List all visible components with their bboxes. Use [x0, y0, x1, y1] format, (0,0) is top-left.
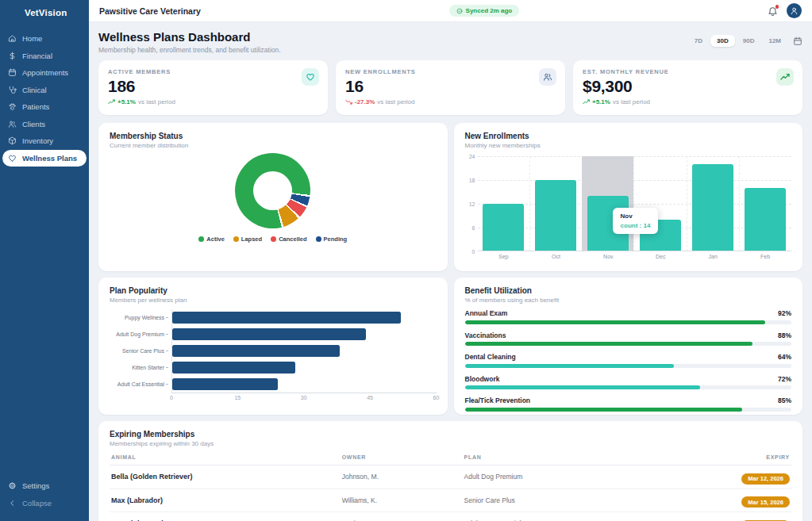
- range-button-90d[interactable]: 90D: [737, 35, 761, 47]
- benefit-row-flea-tick-prevention: Flea/Tick Prevention85%: [465, 396, 792, 412]
- bar-sep[interactable]: [483, 204, 524, 251]
- card-title: Expiring Memberships: [110, 430, 791, 439]
- progress-fill: [465, 320, 766, 324]
- check-circle-icon: [456, 8, 463, 14]
- sidebar-item-home[interactable]: Home: [2, 30, 87, 48]
- notifications-bell-icon[interactable]: [768, 6, 778, 16]
- kpi-trend: +5.1%vs last period: [108, 98, 318, 105]
- benefit-percent: 88%: [778, 331, 791, 339]
- bar-kitten-starter[interactable]: [172, 362, 295, 374]
- sidebar-footer-settings[interactable]: Settings: [2, 477, 87, 495]
- table-row[interactable]: Bella (Golden Retriever)Johnson, M.Adult…: [110, 465, 791, 489]
- user-avatar[interactable]: [787, 3, 802, 18]
- settings-icon: [8, 481, 17, 490]
- x-tick-label: 60: [433, 395, 440, 400]
- inventory-icon: [8, 136, 17, 145]
- kpi-value: 16: [345, 77, 556, 96]
- card-subtitle: Members per wellness plan: [110, 297, 437, 304]
- new-enrollments-card: New Enrollments Monthly new memberships …: [454, 123, 803, 271]
- category-label: Kitten Starter: [110, 359, 171, 376]
- card-title: Membership Status: [110, 132, 437, 140]
- bar-oct[interactable]: [535, 180, 576, 251]
- bar-row: [172, 376, 437, 393]
- bar-jan[interactable]: [692, 164, 733, 251]
- calendar-icon[interactable]: [793, 36, 802, 46]
- category-label: Adult Cat Essential: [110, 376, 171, 393]
- sidebar-footer-collapse[interactable]: Collapse: [2, 495, 87, 512]
- benefit-label: Vaccinations: [465, 331, 506, 339]
- sidebar-item-appointments[interactable]: Appointments: [2, 64, 87, 82]
- progress-fill: [465, 342, 752, 346]
- cell-owner: Johnson, M.: [342, 473, 464, 481]
- bar-feb[interactable]: [745, 188, 786, 251]
- range-button-7d[interactable]: 7D: [688, 35, 709, 47]
- progress-track: [465, 320, 792, 324]
- card-subtitle: Current member distribution: [110, 142, 437, 149]
- sidebar-item-clinical[interactable]: Clinical: [2, 82, 87, 99]
- sync-status-badge: Synced 2m ago: [449, 5, 520, 17]
- sidebar-item-inventory[interactable]: Inventory: [2, 132, 87, 150]
- main-area: Pawsitive Care Veterinary Synced 2m ago …: [89, 0, 812, 521]
- trend-up-icon: [583, 98, 590, 105]
- users-icon: [539, 68, 556, 86]
- benefit-label: Bloodwork: [465, 375, 500, 383]
- table-body: Bella (Golden Retriever)Johnson, M.Adult…: [110, 465, 791, 521]
- table-row[interactable]: Luna (Siamese)Davis, R.Adult Cat Essenti…: [110, 512, 791, 521]
- progress-track: [465, 342, 792, 346]
- kpi-delta: -27.3%: [355, 98, 375, 105]
- home-icon: [8, 34, 17, 43]
- sidebar-item-wellness-plans[interactable]: Wellness Plans: [2, 150, 87, 167]
- expiring-memberships-card: Expiring Memberships Memberships expirin…: [98, 421, 802, 521]
- kpi-note: vs last period: [138, 98, 175, 105]
- bar-adult-cat-essential[interactable]: [172, 378, 278, 390]
- progress-fill: [465, 385, 700, 389]
- progress-track: [465, 408, 792, 412]
- x-axis-line: [478, 251, 792, 251]
- cell-plan: Senior Care Plus: [464, 496, 695, 504]
- cell-expiry: Mar 18, 2026: [695, 516, 790, 521]
- bar-puppy-wellness[interactable]: [172, 312, 401, 324]
- sidebar-item-patients[interactable]: Patients: [2, 98, 87, 116]
- sidebar-item-label: Inventory: [22, 136, 53, 145]
- x-tick-label: 0: [170, 395, 173, 400]
- legend-dot: [233, 236, 239, 242]
- category-label: Adult Dog Premium: [110, 326, 171, 343]
- charts-row-2: Plan Popularity Members per wellness pla…: [98, 278, 802, 415]
- bar-adult-dog-premium[interactable]: [172, 328, 366, 340]
- membership-status-donut[interactable]: [235, 153, 310, 228]
- kpi-card-est-monthly-revenue: EST. MONTHLY REVENUE$9,300+5.1%vs last p…: [573, 60, 802, 115]
- category-label: Senior Care Plus: [110, 343, 171, 359]
- sidebar-item-financial[interactable]: Financial: [2, 48, 87, 65]
- sync-status-text: Synced 2m ago: [466, 7, 513, 14]
- bar-row: [172, 326, 437, 343]
- cell-animal: Bella (Golden Retriever): [111, 473, 342, 481]
- card-subtitle: % of members using each benefit: [465, 297, 792, 304]
- legend-dot: [316, 236, 321, 242]
- kpi-card-active-members: ACTIVE MEMBERS186+5.1%vs last period: [98, 60, 328, 115]
- y-tick-label: 12: [469, 201, 475, 207]
- range-button-30d[interactable]: 30D: [710, 35, 735, 47]
- table-row[interactable]: Max (Labrador)Williams, K.Senior Care Pl…: [110, 489, 791, 513]
- x-tick-label: Dec: [634, 254, 687, 259]
- progress-fill: [465, 364, 674, 368]
- range-button-12m[interactable]: 12M: [762, 35, 787, 47]
- benefit-row-dental-cleaning: Dental Cleaning64%: [465, 353, 792, 368]
- kpi-delta: +5.1%: [592, 98, 610, 105]
- x-tick-label: Feb: [739, 254, 791, 259]
- sidebar-item-clients[interactable]: Clients: [2, 116, 87, 133]
- legend-item-lapsed: Lapsed: [233, 236, 262, 243]
- kpi-value: 186: [108, 77, 318, 96]
- charts-row-1: Membership Status Current member distrib…: [98, 123, 802, 271]
- bar-senior-care-plus[interactable]: [172, 345, 340, 357]
- page-header-text: Wellness Plans Dashboard Membership heal…: [98, 30, 281, 54]
- sidebar-nav: HomeFinancialAppointmentsClinicalPatient…: [0, 27, 89, 474]
- column-header-owner: OWNER: [342, 454, 464, 460]
- donut-legend: ActiveLapsedCancelledPending: [110, 236, 437, 243]
- column-header-plan: PLAN: [464, 454, 695, 460]
- membership-status-card: Membership Status Current member distrib…: [98, 123, 448, 271]
- kpi-label: NEW ENROLLMENTS: [345, 68, 556, 75]
- trend-up-icon: [108, 98, 115, 105]
- x-axis: 015304560: [171, 393, 437, 402]
- sidebar-item-label: Wellness Plans: [22, 154, 77, 163]
- logo-text: VetVision: [25, 8, 67, 17]
